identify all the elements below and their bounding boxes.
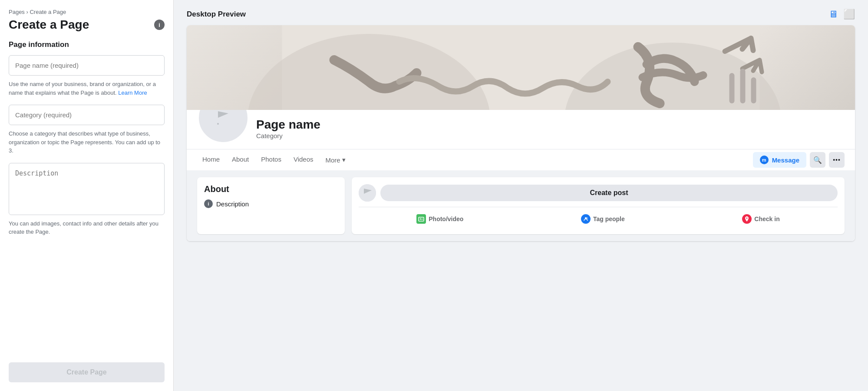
description-helper: You can add images, contact info and oth…: [9, 219, 165, 236]
breadcrumb-pages[interactable]: Pages: [9, 9, 25, 15]
nav-videos[interactable]: Videos: [288, 149, 319, 170]
photo-video-icon: [416, 214, 426, 224]
photo-video-button[interactable]: Photo/video: [411, 211, 469, 227]
about-description-text: Description: [216, 200, 249, 208]
create-post-area: Create post Photo/video: [352, 177, 845, 234]
message-button-label: Message: [772, 156, 799, 164]
profile-category: Category: [256, 132, 320, 139]
svg-point-13: [746, 218, 748, 219]
svg-rect-8: [359, 184, 376, 202]
desktop-view-button[interactable]: 🖥: [828, 9, 838, 20]
tag-people-button[interactable]: Tag people: [576, 211, 630, 227]
svg-point-12: [586, 218, 587, 219]
nav-more-label: More: [326, 156, 340, 164]
create-post-top: Create post: [359, 184, 838, 202]
check-in-button[interactable]: Check in: [737, 211, 785, 227]
learn-more-link[interactable]: Learn More: [118, 89, 147, 96]
page-nav: Home About Photos Videos More ▾ m Messag…: [187, 149, 855, 170]
content-area: About i Description: [187, 170, 855, 241]
svg-rect-5: [751, 77, 756, 103]
category-input[interactable]: [9, 105, 165, 125]
profile-info: Page name Category: [256, 117, 320, 144]
page-name-input[interactable]: [9, 55, 165, 76]
svg-point-10: [420, 219, 421, 220]
nav-photos[interactable]: Photos: [256, 149, 287, 170]
check-in-label: Check in: [754, 215, 779, 222]
preview-icons: 🖥 ⬜: [828, 9, 855, 20]
search-button[interactable]: 🔍: [810, 152, 825, 168]
preview-card: Page name Category Home About Photos Vid…: [187, 25, 855, 241]
about-description-row: i Description: [204, 199, 338, 208]
messenger-icon: m: [760, 156, 769, 164]
check-in-icon: [742, 214, 752, 224]
create-post-button[interactable]: Create post: [380, 185, 838, 201]
create-page-button[interactable]: Create Page: [9, 362, 165, 382]
info-icon[interactable]: i: [154, 20, 165, 30]
tag-people-label: Tag people: [593, 215, 625, 222]
about-card: About i Description: [197, 177, 345, 234]
nav-home[interactable]: Home: [197, 149, 225, 170]
tag-people-icon: [581, 214, 591, 224]
more-options-button[interactable]: •••: [829, 152, 845, 168]
section-title: Page information: [9, 40, 165, 49]
category-helper: Choose a category that describes what ty…: [9, 129, 165, 155]
profile-page-name: Page name: [256, 117, 320, 132]
page-title: Create a Page: [9, 18, 89, 32]
nav-actions: m Message 🔍 •••: [753, 152, 845, 168]
about-info-icon: i: [204, 199, 213, 208]
preview-header: Desktop Preview 🖥 ⬜: [187, 9, 855, 20]
message-button[interactable]: m Message: [753, 152, 806, 168]
tablet-view-button[interactable]: ⬜: [843, 9, 855, 20]
svg-rect-9: [419, 217, 424, 221]
preview-label: Desktop Preview: [187, 10, 246, 19]
cover-photo: [187, 25, 855, 110]
svg-rect-3: [729, 73, 735, 103]
post-avatar: [359, 184, 376, 202]
nav-about[interactable]: About: [227, 149, 254, 170]
more-dots-icon: •••: [833, 156, 841, 163]
breadcrumb-current: Create a Page: [30, 9, 66, 15]
nav-more[interactable]: More ▾: [320, 150, 351, 170]
breadcrumb: Pages › Create a Page: [9, 9, 165, 15]
create-post-card: Create post Photo/video: [352, 177, 845, 234]
right-panel: Desktop Preview 🖥 ⬜: [174, 0, 868, 391]
about-title: About: [204, 184, 338, 194]
svg-rect-4: [740, 69, 746, 103]
svg-point-7: [217, 123, 219, 125]
page-title-row: Create a Page i: [9, 18, 165, 32]
photo-video-label: Photo/video: [429, 215, 463, 222]
description-input[interactable]: [9, 163, 165, 215]
chevron-down-icon: ▾: [342, 156, 346, 164]
page-name-helper: Use the name of your business, brand or …: [9, 80, 165, 97]
create-post-actions: Photo/video Tag people: [359, 207, 838, 227]
search-icon: 🔍: [813, 156, 822, 164]
left-panel: Pages › Create a Page Create a Page i Pa…: [0, 0, 174, 391]
page-nav-links: Home About Photos Videos More ▾: [197, 149, 351, 170]
